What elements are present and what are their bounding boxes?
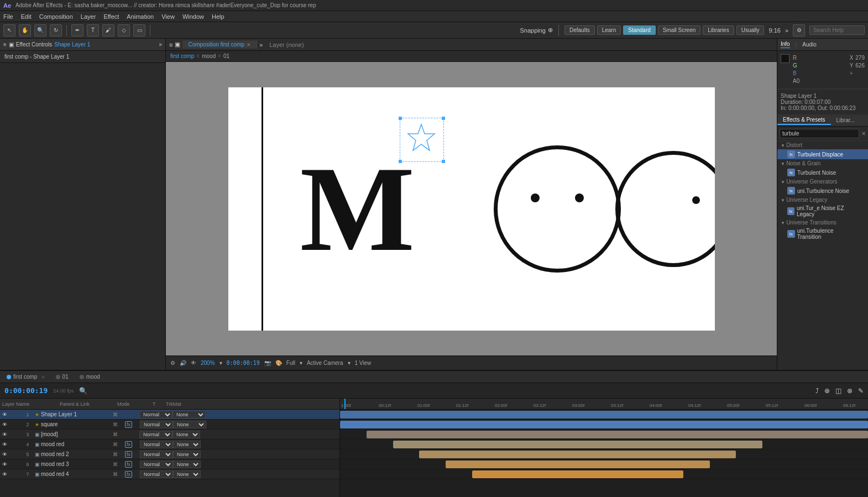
close-comp-tab[interactable]: ✕ xyxy=(247,42,251,48)
timeline-tab-first-comp[interactable]: first comp ≡ xyxy=(3,373,48,381)
panel-menu-icon[interactable]: ≡ xyxy=(3,41,7,48)
category-distort[interactable]: Distort xyxy=(777,141,868,149)
search-help-input[interactable] xyxy=(809,25,865,35)
tl-btn-4[interactable]: ⊗ xyxy=(847,387,853,395)
mode-select-1[interactable]: Normal xyxy=(139,411,172,418)
parent-select-1[interactable]: None xyxy=(172,411,206,418)
libraries-tab[interactable]: Librar... xyxy=(831,116,860,124)
toolbar-settings[interactable]: ⚙ xyxy=(793,24,805,36)
tl-btn-2[interactable]: ⊕ xyxy=(824,387,830,395)
mode-select-4[interactable]: Normal xyxy=(140,441,173,448)
handle-br[interactable] xyxy=(442,160,445,163)
timeline-tab-mood[interactable]: mood xyxy=(76,373,103,381)
color-icon[interactable]: 🎨 xyxy=(275,360,282,366)
category-universe-legacy[interactable]: Universe Legacy xyxy=(777,196,868,204)
track-bar-7[interactable] xyxy=(472,470,683,478)
panel-expand[interactable]: » xyxy=(159,41,162,48)
timecode-display[interactable]: 0:00:00:19 xyxy=(227,360,260,366)
timeline-tab-01[interactable]: 01 xyxy=(53,373,72,381)
name-5[interactable]: mood red 2 xyxy=(41,451,113,457)
visibility-2[interactable]: 👁 xyxy=(0,422,9,427)
tl-btn-5[interactable]: ✎ xyxy=(858,387,864,395)
track-row-4[interactable] xyxy=(340,440,868,449)
category-universe-trans[interactable]: Universe Transitions xyxy=(777,218,868,227)
menu-layer[interactable]: Layer xyxy=(81,13,96,20)
trk-select-4[interactable]: None xyxy=(173,441,201,448)
category-universe-gen[interactable]: Universe Generators xyxy=(777,177,868,186)
timeline-timecode[interactable]: 0:00:00:19 xyxy=(4,386,48,395)
comp-settings-icon[interactable]: ⚙ xyxy=(170,360,175,366)
menu-view[interactable]: View xyxy=(161,13,175,20)
mode-select-6[interactable]: Normal xyxy=(140,461,173,468)
breadcrumb-01[interactable]: 01 xyxy=(223,53,229,59)
category-noise-grain[interactable]: Noise & Grain xyxy=(777,159,868,168)
track-row-2[interactable] xyxy=(340,420,868,430)
menu-composition[interactable]: Composition xyxy=(39,13,73,20)
tool-zoom[interactable]: 🔍 xyxy=(34,24,46,36)
name-1[interactable]: Shape Layer 1 xyxy=(41,411,113,417)
workspace-learn[interactable]: Learn xyxy=(597,25,621,35)
handle-bl[interactable] xyxy=(399,160,402,163)
trk-select-7[interactable]: None xyxy=(173,470,201,478)
effects-presets-tab[interactable]: Effects & Presets xyxy=(777,116,831,125)
info-tab[interactable]: Info xyxy=(781,41,790,48)
visibility-7[interactable]: 👁 xyxy=(0,472,9,477)
tool-rotate[interactable]: ↻ xyxy=(50,24,62,36)
menu-window[interactable]: Window xyxy=(182,13,204,20)
tab-composition-first-comp[interactable]: Composition first comp ✕ xyxy=(182,40,257,49)
playhead[interactable] xyxy=(344,399,346,409)
name-3[interactable]: [mood] xyxy=(41,431,113,437)
mode-select-2[interactable]: Normal xyxy=(140,421,173,428)
visibility-4[interactable]: 👁 xyxy=(0,442,9,447)
resolution-dropdown[interactable]: ▾ xyxy=(300,360,302,366)
effect-uni-turbulence-trans[interactable]: fx uni.Turbulence Transition xyxy=(777,227,868,241)
effects-search-input[interactable] xyxy=(780,129,859,138)
track-bar-4[interactable] xyxy=(393,441,763,448)
workspace-usually[interactable]: Usually xyxy=(736,25,765,35)
track-row-5[interactable] xyxy=(340,449,868,459)
effect-turbulent-displace[interactable]: fx Turbulent Displace xyxy=(777,149,868,159)
mode-select-5[interactable]: Normal xyxy=(140,451,173,458)
tool-pen[interactable]: ✒ xyxy=(71,24,83,36)
audio-tab[interactable]: Audio xyxy=(802,41,817,48)
track-row-6[interactable] xyxy=(340,459,868,469)
track-bar-2[interactable] xyxy=(340,421,868,428)
handle-tl[interactable] xyxy=(399,117,402,120)
layer-row-1[interactable]: 👁 1 ★ Shape Layer 1 ⌘ Normal None xyxy=(0,410,339,420)
layer-row-5[interactable]: 👁 5 ▣ mood red 2 ⌘ fx Normal None xyxy=(0,449,339,459)
mode-select-3[interactable]: Normal xyxy=(139,431,172,438)
workspace-defaults[interactable]: Defaults xyxy=(564,25,595,35)
timeline-tab-menu[interactable]: ≡ xyxy=(41,374,44,380)
visibility-5[interactable]: 👁 xyxy=(0,452,9,457)
expand-icon[interactable]: » xyxy=(785,27,788,34)
menu-help[interactable]: Help xyxy=(212,13,224,20)
zoom-label[interactable]: 200% xyxy=(201,360,215,366)
trk-select-6[interactable]: None xyxy=(173,461,201,468)
menu-animation[interactable]: Animation xyxy=(127,13,154,20)
resolution-label[interactable]: Full xyxy=(286,360,295,366)
tool-select[interactable]: ↖ xyxy=(3,24,15,36)
visibility-3[interactable]: 👁 xyxy=(0,432,9,437)
breadcrumb-first-comp[interactable]: first comp xyxy=(170,53,194,59)
track-bar-5[interactable] xyxy=(419,451,736,458)
track-bar-6[interactable] xyxy=(446,461,710,468)
effect-turbulent-noise[interactable]: fx Turbulent Noise xyxy=(777,168,868,177)
name-4[interactable]: mood red xyxy=(41,441,113,447)
tool-text[interactable]: T xyxy=(87,24,99,36)
layer-row-4[interactable]: 👁 4 ▣ mood red ⌘ fx Normal None xyxy=(0,440,339,449)
comp-audio-icon[interactable]: 🔊 xyxy=(180,360,186,366)
effect-uni-tur-e[interactable]: fx uni.Tur_e Noise EZ Legacy xyxy=(777,204,868,218)
visibility-1[interactable]: 👁 xyxy=(0,412,9,417)
menu-edit[interactable]: Edit xyxy=(21,13,32,20)
tool-stamp[interactable]: ◇ xyxy=(118,24,130,36)
workspace-small-screen[interactable]: Small Screen xyxy=(658,25,700,35)
handle-tr[interactable] xyxy=(442,117,445,120)
name-2[interactable]: square xyxy=(41,421,113,427)
tool-brush[interactable]: 🖌 xyxy=(102,24,114,36)
tl-btn-1[interactable]: ⤴ xyxy=(815,387,819,395)
comp-view-icon[interactable]: 👁 xyxy=(191,360,196,366)
time-ruler[interactable]: 1:00f 00:12f 01:00f 01:12f 02:00f 02:12f… xyxy=(340,399,868,410)
effect-uni-turbulence-noise[interactable]: fx uni.Turbulence Noise xyxy=(777,186,868,196)
zoom-dropdown[interactable]: ▾ xyxy=(219,360,222,366)
layer-row-3[interactable]: 👁 3 ▣ [mood] ⌘ Normal None xyxy=(0,430,339,440)
